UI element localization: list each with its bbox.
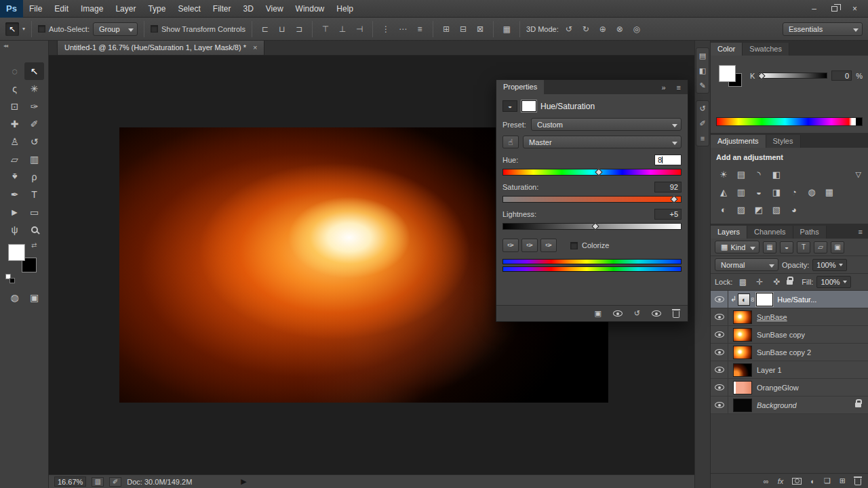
levels-icon[interactable]: ▤ <box>732 167 750 182</box>
default-colors-icon[interactable] <box>5 274 15 283</box>
layer-thumbnail[interactable] <box>733 310 752 324</box>
slider-thumb[interactable] <box>592 222 599 230</box>
distribute-bottom-icon[interactable]: ≡ <box>413 22 427 36</box>
distribute-right-icon[interactable]: ⊠ <box>473 22 487 36</box>
eyedropper-icon[interactable]: ✑ <box>502 239 519 252</box>
clone-stamp-tool[interactable]: ♙ <box>5 133 24 150</box>
blend-mode-dropdown[interactable]: Normal <box>715 258 778 271</box>
collapse-toolbar-icon[interactable]: ◂◂ <box>3 43 7 49</box>
navigator-panel-icon[interactable]: ◧ <box>696 63 709 78</box>
lightness-value-field[interactable]: +5 <box>654 209 682 220</box>
layer-row-background[interactable]: Background <box>711 396 868 414</box>
blur-tool[interactable]: ♠ <box>5 168 24 186</box>
photo-filter-icon[interactable]: ◔ <box>785 184 803 199</box>
distribute-top-icon[interactable]: ⋮ <box>379 22 393 36</box>
visibility-toggle[interactable] <box>711 326 728 343</box>
pen-share-icon[interactable]: ✐ <box>109 477 121 487</box>
filter-smart-objects-icon[interactable]: ▣ <box>831 241 844 253</box>
link-layers-icon[interactable]: ∞ <box>764 477 769 485</box>
curves-icon[interactable]: ◝ <box>750 167 768 182</box>
adjustment-settings-icon[interactable]: ◒ <box>502 100 517 112</box>
layer-thumbnail[interactable] <box>733 399 752 412</box>
dodge-tool[interactable]: ρ <box>24 168 44 186</box>
menu-3d[interactable]: 3D <box>237 0 259 18</box>
gradient-tool[interactable]: ▥ <box>24 150 44 168</box>
fill-value-dropdown[interactable]: 100% <box>816 276 850 288</box>
lock-position-icon[interactable]: ✜ <box>770 276 783 288</box>
panel-menu-icon[interactable]: ≡ <box>677 83 681 92</box>
pen-tool[interactable]: ✒ <box>5 186 24 203</box>
tab-adjustments[interactable]: Adjustments <box>711 135 766 148</box>
align-top-edges-icon[interactable]: ⊤ <box>319 22 332 36</box>
restore-icon[interactable] <box>831 6 837 12</box>
k-channel-slider[interactable] <box>759 73 827 79</box>
panel-menu-icon[interactable]: ≡ <box>853 228 868 239</box>
screen-mode-button[interactable]: ▣ <box>24 289 44 306</box>
history-panel-icon[interactable]: ↺ <box>696 101 709 116</box>
hue-value-field[interactable]: 8 <box>654 155 682 165</box>
align-left-edges-icon[interactable]: ⊏ <box>258 22 272 36</box>
k-value-field[interactable]: 0 <box>831 70 852 81</box>
layer-thumbnail[interactable] <box>733 328 752 342</box>
path-selection-tool[interactable]: ► <box>5 203 24 221</box>
menu-filter[interactable]: Filter <box>207 0 237 18</box>
filter-pixel-layers-icon[interactable]: ▦ <box>763 241 776 253</box>
lock-transparency-icon[interactable]: ▩ <box>736 276 749 288</box>
zoom-tool[interactable] <box>24 221 44 239</box>
tool-preset-arrow-icon[interactable]: ▾ <box>22 26 25 32</box>
crop-tool[interactable]: ⊡ <box>5 98 24 115</box>
lock-all-icon[interactable] <box>787 280 793 285</box>
3d-roll-icon[interactable]: ↻ <box>579 22 593 36</box>
preset-dropdown[interactable]: Custom <box>531 118 682 131</box>
targeted-adjustment-hand-icon[interactable]: ☝ <box>502 136 519 148</box>
layer-row-sunbase-copy-2[interactable]: SunBase copy 2 <box>711 344 868 361</box>
posterize-icon[interactable]: ▨ <box>732 202 750 217</box>
channel-dropdown[interactable]: Master <box>523 136 682 148</box>
tab-paths[interactable]: Paths <box>793 226 827 239</box>
clone-source-panel-icon[interactable]: ≡ <box>696 131 709 146</box>
lasso-tool[interactable]: ς <box>5 80 24 98</box>
invert-icon[interactable]: ◐ <box>715 202 732 217</box>
align-bottom-edges-icon[interactable]: ⊣ <box>353 22 366 36</box>
filter-shape-layers-icon[interactable]: ▱ <box>814 241 827 253</box>
align-vertical-centers-icon[interactable]: ⊥ <box>336 22 349 36</box>
auto-select-scope-dropdown[interactable]: Group <box>93 22 138 36</box>
eyedropper-plus-icon[interactable]: ✑ <box>521 239 538 252</box>
elliptical-marquee-tool[interactable]: ◌ <box>5 62 24 80</box>
tab-styles[interactable]: Styles <box>766 135 801 148</box>
eyedropper-tool[interactable]: ✑ <box>24 98 44 115</box>
visibility-toggle[interactable] <box>711 361 728 378</box>
menu-view[interactable]: View <box>260 0 290 18</box>
move-tool[interactable]: ↖ <box>24 62 44 80</box>
menu-window[interactable]: Window <box>290 0 331 18</box>
type-tool[interactable]: T <box>24 186 44 203</box>
brightness-contrast-icon[interactable]: ☀ <box>715 167 732 182</box>
tab-color[interactable]: Color <box>711 43 743 56</box>
close-tab-icon[interactable]: × <box>253 43 257 52</box>
mask-settings-icon[interactable] <box>521 100 536 112</box>
visibility-toggle[interactable] <box>711 396 728 413</box>
new-layer-icon[interactable]: ⊞ <box>840 476 846 485</box>
slider-thumb[interactable] <box>758 72 766 79</box>
show-transform-checkbox[interactable] <box>151 25 158 33</box>
3d-scale-icon[interactable]: ◎ <box>630 22 644 36</box>
auto-align-layers-icon[interactable]: ▦ <box>500 22 513 36</box>
brush-tool[interactable]: ✐ <box>24 115 44 133</box>
layer-thumbnail[interactable] <box>733 363 752 377</box>
menu-layer[interactable]: Layer <box>109 0 142 18</box>
delete-layer-icon[interactable] <box>854 479 861 485</box>
add-layer-mask-icon[interactable] <box>792 478 802 485</box>
color-spectrum-ramp[interactable] <box>716 117 863 126</box>
tab-swatches[interactable]: Swatches <box>743 43 789 56</box>
menu-type[interactable]: Type <box>142 0 172 18</box>
colorize-checkbox[interactable] <box>570 242 578 249</box>
toggle-visibility-icon[interactable] <box>652 310 661 317</box>
channel-mixer-icon[interactable]: ◍ <box>803 184 821 199</box>
visibility-toggle[interactable] <box>711 308 728 325</box>
lock-pixels-icon[interactable]: ✛ <box>753 276 766 288</box>
saturation-slider[interactable] <box>502 196 682 203</box>
hand-tool[interactable]: ψ <box>5 221 24 239</box>
layer-row-sunbase[interactable]: SunBase <box>711 308 868 326</box>
expand-view-icon[interactable]: ▽ <box>856 170 864 179</box>
selective-color-icon[interactable]: ◕ <box>785 202 803 217</box>
